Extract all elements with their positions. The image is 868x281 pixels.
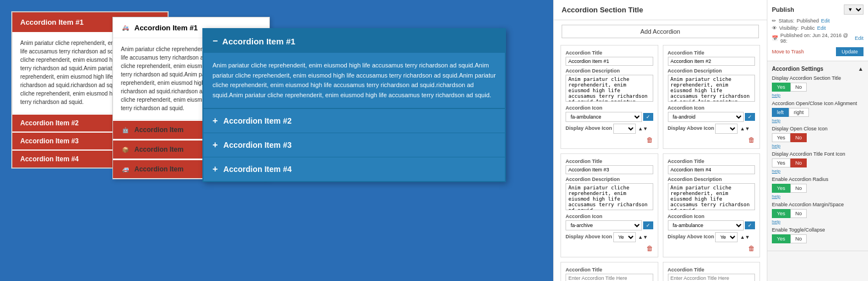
update-button[interactable]: Update — [836, 47, 864, 56]
publish-dropdown[interactable]: ▼ — [844, 4, 864, 15]
radius-toggles: Yes No — [772, 184, 864, 193]
blue-accordion-item3[interactable]: + Accordion Item #3 — [204, 133, 505, 157]
item3-above-label: Display Above Icon — [566, 234, 612, 239]
blue-plus-icon-4: + — [213, 164, 218, 174]
toggle-toggles: Yes No — [772, 234, 864, 243]
status-value: Published — [797, 18, 819, 24]
display-section-no-btn[interactable]: No — [790, 83, 807, 92]
android-icon: 🤖 — [121, 125, 130, 134]
enable-margin-label: Enable Accordion Margin/Space — [772, 202, 864, 207]
item1-desc-textarea[interactable]: Anim pariatur cliche reprehenderit, enim… — [566, 75, 653, 102]
item2-delete-btn[interactable]: 🗑 — [748, 136, 755, 144]
item1-above-label: Display Above Icon — [566, 125, 612, 131]
archive-icon: 📦 — [121, 145, 130, 154]
item3-icon-select[interactable]: fa-archive — [566, 220, 642, 230]
item2-title-label: Accordion Title — [668, 50, 756, 56]
published-edit-link[interactable]: Edit — [855, 35, 864, 41]
item3-title-label: Accordion Title — [566, 158, 653, 164]
toggle-no-btn[interactable]: No — [790, 234, 807, 243]
open-close-help-link[interactable]: help — [772, 143, 864, 148]
open-close-no-btn[interactable]: No — [790, 133, 807, 142]
radius-no-btn[interactable]: No — [790, 184, 807, 193]
alignment-right-btn[interactable]: right — [789, 108, 809, 117]
item4-display-above-row: Display Above Icon YesNo ▲▼ — [668, 232, 756, 242]
item3-icon-row: fa-archive ✓ — [566, 220, 653, 230]
accordion-settings-title: Accordion Settings ▲ — [772, 66, 864, 72]
open-close-toggles: Yes No — [772, 133, 864, 142]
item3-display-above-row: Display Above Icon YesNo ▲▼ — [566, 232, 653, 242]
title-font-yes-btn[interactable]: Yes — [772, 158, 790, 167]
item5-title-label: Accordion Title — [566, 267, 653, 273]
blue-accordion-item1-header[interactable]: − Accordion Item #1 — [204, 29, 505, 53]
publish-header: Publish ▼ — [772, 4, 864, 15]
item3-above-select[interactable]: YesNo — [613, 232, 636, 242]
item2-icon-btn[interactable]: ✓ — [745, 113, 755, 121]
radius-help-link[interactable]: help — [772, 194, 864, 199]
display-section-yes-btn[interactable]: Yes — [772, 83, 790, 92]
item1-icon-select[interactable]: fa-ambulance — [566, 112, 642, 122]
open-close-alignment-row: Accordion Open/Close Icon Alignment left… — [772, 101, 864, 123]
item6-title-input[interactable] — [668, 274, 756, 281]
item1-icon-label: Accordion Icon — [566, 105, 653, 111]
item4-above-select[interactable]: YesNo — [715, 232, 738, 242]
blue-accordion-item2[interactable]: + Accordion Item #2 — [204, 108, 505, 133]
publish-section: Publish ▼ ✏ Status: Published Edit 👁 Vis… — [767, 0, 868, 61]
blue-accordion-item4[interactable]: + Accordion Item #4 — [204, 157, 505, 181]
item4-icon-select[interactable]: fa-ambulance — [668, 220, 744, 230]
item3-title-input[interactable] — [566, 165, 653, 174]
item1-above-select[interactable]: YesNo — [613, 124, 636, 134]
margin-help-link[interactable]: help — [772, 219, 864, 224]
display-section-help-link[interactable]: help — [772, 93, 864, 98]
item3-icon-btn[interactable]: ✓ — [643, 221, 653, 229]
eye-icon: 👁 — [772, 25, 777, 31]
visibility-edit-link[interactable]: Edit — [817, 25, 826, 31]
item3-delete-btn[interactable]: 🗑 — [647, 244, 653, 252]
status-row: ✏ Status: Published Edit — [772, 18, 864, 24]
item5-title-input[interactable] — [566, 274, 653, 281]
item4-delete-btn[interactable]: 🗑 — [748, 244, 755, 252]
display-section-title-row: Display Accordion Section Title Yes No h… — [772, 75, 864, 98]
accordion-edit-item-2: Accordion Title Accordion Description An… — [663, 45, 761, 149]
title-font-no-btn[interactable]: No — [790, 158, 807, 167]
accordion-items-grid: Accordion Title Accordion Description An… — [554, 43, 767, 281]
item1-title-input[interactable] — [566, 57, 653, 66]
item1-icon-btn[interactable]: ✓ — [643, 113, 653, 121]
item1-delete-btn[interactable]: 🗑 — [647, 136, 653, 144]
item2-icon-select[interactable]: fa-android — [668, 112, 744, 122]
enable-toggle-row: Enable Toggle/Collapse Yes No — [772, 227, 864, 243]
display-open-close-row: Display Open Close Icon Yes No help — [772, 126, 864, 148]
item2-desc-textarea[interactable]: Anim pariatur cliche reprehenderit, enim… — [668, 75, 756, 102]
item3-desc-textarea[interactable]: Anim pariatur cliche reprehenderit, enim… — [566, 183, 653, 210]
title-font-toggles: Yes No — [772, 158, 864, 167]
item4-title-label: Accordion Title — [668, 158, 756, 164]
item4-icon-btn[interactable]: ✓ — [745, 221, 755, 229]
margin-no-btn[interactable]: No — [790, 209, 807, 218]
status-label: Status: — [779, 18, 794, 24]
enable-margin-row: Enable Accordion Margin/Space Yes No hel… — [772, 202, 864, 224]
item4-desc-label: Accordion Description — [668, 176, 756, 182]
radius-yes-btn[interactable]: Yes — [772, 184, 790, 193]
accordion-edit-item-1: Accordion Title Accordion Description An… — [560, 45, 658, 149]
visibility-label: Visibility: — [779, 25, 799, 31]
item2-above-select[interactable]: YesNo — [715, 124, 738, 134]
status-edit-link[interactable]: Edit — [821, 18, 830, 24]
item2-above-label: Display Above Icon — [668, 125, 715, 131]
title-font-help-link[interactable]: help — [772, 169, 864, 174]
item4-title-input[interactable] — [668, 165, 756, 174]
toggle-yes-btn[interactable]: Yes — [772, 234, 790, 243]
open-close-yes-btn[interactable]: Yes — [772, 133, 790, 142]
alignment-left-btn[interactable]: left — [772, 108, 789, 117]
margin-yes-btn[interactable]: Yes — [772, 209, 790, 218]
add-accordion-button[interactable]: Add Accordion — [562, 25, 759, 38]
blue-plus-icon-2: + — [213, 116, 218, 126]
item4-desc-textarea[interactable]: Anim pariatur cliche reprehenderit, enim… — [668, 183, 756, 210]
item3-desc-label: Accordion Description — [566, 176, 653, 182]
display-section-title-toggles: Yes No — [772, 83, 864, 92]
item2-icon-row: fa-android ✓ — [668, 112, 756, 122]
alignment-help-link[interactable]: help — [772, 118, 864, 123]
publish-title: Publish — [772, 6, 794, 13]
blue-accordion-item1-body: Anim pariatur cliche reprehenderit, enim… — [204, 53, 505, 108]
move-to-trash-button[interactable]: Move to Trash — [772, 49, 804, 55]
display-section-title-label: Display Accordion Section Title — [772, 75, 864, 81]
item2-title-input[interactable] — [668, 57, 756, 66]
